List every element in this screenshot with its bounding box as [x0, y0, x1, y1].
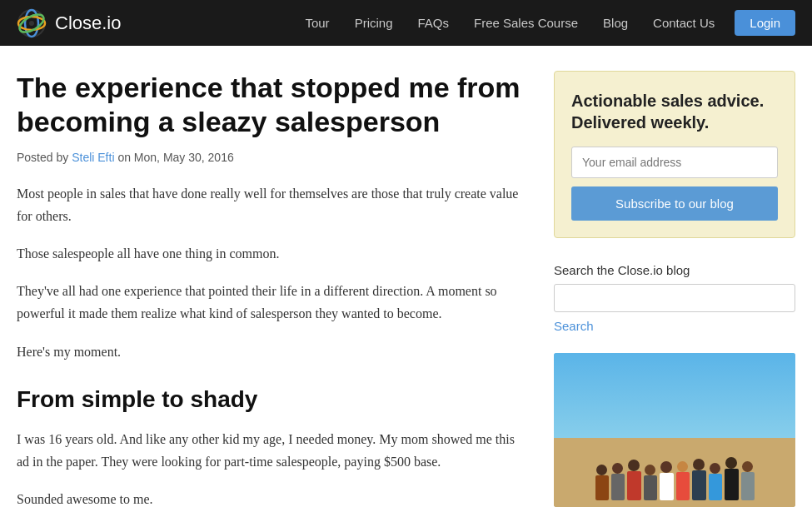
logo-link[interactable]: Close.io	[17, 8, 121, 38]
paragraph-3: They've all had one experience that poin…	[17, 280, 521, 325]
nav-links: Tour Pricing FAQs Free Sales Course Blog…	[295, 10, 795, 36]
team-figure-8	[709, 463, 722, 500]
nav-contact-us[interactable]: Contact Us	[643, 11, 725, 35]
logo-text: Close.io	[55, 12, 121, 34]
paragraph-2: Those salespeople all have one thing in …	[17, 242, 521, 265]
team-figure-9	[725, 457, 739, 500]
nav-login[interactable]: Login	[735, 10, 795, 36]
nav-tour[interactable]: Tour	[295, 11, 339, 35]
team-figure-2	[611, 463, 625, 500]
team-figure-3	[627, 460, 641, 500]
sidebar: Actionable sales advice. Delivered weekl…	[554, 71, 795, 507]
section-paragraph-1: I was 16 years old. And like any other k…	[17, 428, 521, 473]
paragraph-4: Here's my moment.	[17, 340, 521, 363]
nav-free-sales-course[interactable]: Free Sales Course	[464, 11, 588, 35]
section-paragraph-2: Sounded awesome to me.	[17, 488, 521, 507]
nav-faqs[interactable]: FAQs	[407, 11, 459, 35]
team-figure-1	[595, 465, 609, 500]
team-figure-7	[692, 459, 706, 500]
team-figure-6	[676, 461, 690, 500]
subscribe-heading: Actionable sales advice. Delivered weekl…	[571, 90, 778, 133]
author-link[interactable]: Steli Efti	[72, 151, 114, 164]
subscribe-button[interactable]: Subscribe to our blog	[571, 186, 778, 221]
team-figure-10	[741, 461, 755, 500]
team-figure-4	[644, 465, 657, 500]
main-content: The experience that stopped me from beco…	[17, 71, 521, 507]
logo-icon	[17, 8, 47, 38]
sky-background	[554, 353, 795, 438]
search-heading: Search the Close.io blog	[554, 263, 795, 277]
paragraph-1: Most people in sales that have done real…	[17, 182, 521, 227]
nav-blog[interactable]: Blog	[593, 11, 638, 35]
meta-prefix: Posted by	[17, 151, 72, 164]
search-section: Search the Close.io blog Search	[554, 263, 795, 333]
search-button[interactable]: Search	[554, 319, 795, 333]
nav-pricing[interactable]: Pricing	[345, 11, 403, 35]
team-figure-5	[660, 461, 674, 500]
search-input[interactable]	[554, 284, 795, 312]
article-body: Most people in sales that have done real…	[17, 182, 521, 507]
page-container: The experience that stopped me from beco…	[0, 46, 812, 507]
section-heading: From simple to shady	[17, 386, 521, 413]
team-photo	[554, 353, 795, 507]
team-group	[554, 457, 795, 500]
subscribe-box: Actionable sales advice. Delivered weekl…	[554, 71, 795, 238]
article-title: The experience that stopped me from beco…	[17, 71, 521, 139]
meta-suffix: on Mon, May 30, 2016	[115, 151, 234, 164]
article-meta: Posted by Steli Efti on Mon, May 30, 201…	[17, 151, 521, 164]
email-input[interactable]	[571, 147, 778, 178]
navigation: Close.io Tour Pricing FAQs Free Sales Co…	[0, 0, 812, 46]
svg-point-4	[29, 21, 34, 26]
